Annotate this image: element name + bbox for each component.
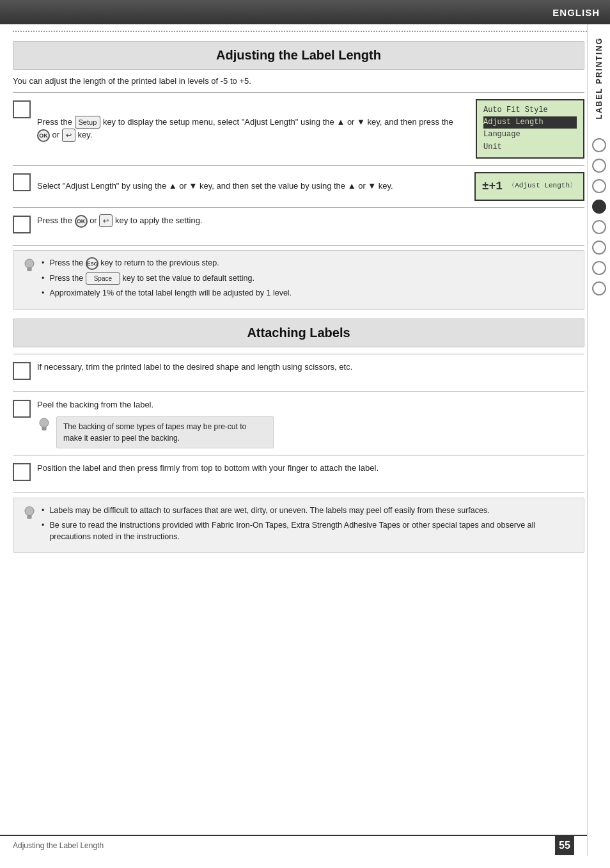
svg-point-0 [25, 259, 34, 268]
section2-step3-content: Position the label and then press firmly… [37, 462, 584, 475]
dotted-divider [13, 31, 597, 32]
svg-point-4 [40, 418, 49, 427]
section2-step2-note-wrapper: The backing of some types of tapes may b… [37, 416, 584, 448]
step3-number [13, 216, 31, 233]
section2-tips: • Labels may be difficult to attach to s… [13, 498, 584, 553]
section1-title: Adjusting the Label Length [13, 48, 584, 63]
section2-title-box: Attaching Labels [13, 319, 584, 347]
tips-list: • Press the Esc key to return to the pre… [42, 257, 292, 302]
bullet-1: • [42, 257, 44, 269]
step3-row: Press the OK or ↩ key to apply the setti… [13, 207, 584, 246]
step3-or: or [88, 216, 100, 225]
sidebar-circle-5 [592, 220, 606, 234]
lcd-line-4: Unit [483, 141, 577, 154]
sidebar-circle-6 [592, 241, 606, 255]
main-content: Adjusting the Label Length You can adjus… [13, 41, 584, 583]
lcd-line-3: Language [483, 129, 577, 141]
tip-icon-2 [37, 418, 51, 432]
section2-step3-row: Position the label and then press firmly… [13, 455, 584, 493]
step3-text-part3: key to apply the setting. [113, 216, 202, 225]
step1-text-part3: key. [75, 130, 93, 139]
step3-text-part1: Press the [37, 216, 75, 225]
sidebar-circle-1 [592, 138, 606, 152]
step1-text-part1: Press the [37, 117, 75, 127]
section2-step2-row: Peel the backing from the label. The bac… [13, 391, 584, 455]
sidebar-circles [592, 138, 606, 296]
setup-key: Setup [75, 116, 101, 129]
tip-2-text: Press the Space key to set the value to … [49, 272, 254, 285]
step1-content: Press the Setup key to display the setup… [37, 99, 584, 159]
section1-tips: • Press the Esc key to return to the pre… [13, 250, 584, 310]
lightbulb-svg-3 [24, 506, 35, 520]
section2-step1-content: If necessary, trim the printed label to … [37, 361, 584, 374]
ok-key-3: OK [75, 215, 88, 228]
tip-1: • Press the Esc key to return to the pre… [42, 257, 292, 270]
tip-3: • Approximately 1% of the total label le… [42, 287, 292, 299]
space-key: Space [86, 272, 120, 285]
s2-bullet-1: • [42, 505, 44, 517]
step2-number [13, 173, 31, 191]
sidebar-circle-7 [592, 261, 606, 275]
page-number: 55 [555, 836, 574, 855]
section2-step1-row: If necessary, trim the printed label to … [13, 354, 584, 392]
svg-point-8 [25, 507, 34, 516]
section2-step3-text: Position the label and then press firmly… [37, 463, 379, 473]
step2-inner: Select "Adjust Length" by using the ▲ or… [37, 172, 584, 201]
sidebar-circle-2 [592, 159, 606, 173]
bottom-bar: Adjusting the Label Length 55 [0, 835, 587, 855]
step1-text-part2: key to display the setup menu, select "A… [100, 117, 453, 127]
lcd-line-2: Adjust Length [483, 116, 577, 129]
section2-step2-number [13, 400, 31, 418]
section2-tip-1-text: Labels may be difficult to attach to sur… [49, 505, 489, 517]
tip-2: • Press the Space key to set the value t… [42, 272, 292, 285]
right-sidebar: LABEL PRINTING [587, 24, 610, 856]
step1-or-1: or [50, 130, 62, 139]
step2-text-span: Select "Adjust Length" by using the ▲ or… [37, 181, 393, 191]
lcd-line-1: Auto Fit Style [483, 104, 577, 116]
bullet-2: • [42, 272, 44, 285]
section2-title: Attaching Labels [13, 326, 584, 340]
step1-inner: Press the Setup key to display the setup… [37, 99, 584, 159]
step1-row: Press the Setup key to display the setup… [13, 92, 584, 166]
ok-key-1: OK [37, 129, 50, 142]
lightbulb-svg [24, 258, 35, 272]
step1-number [13, 100, 31, 118]
s2-bullet-2: • [42, 519, 44, 532]
section2-tips-inner: • Labels may be difficult to attach to s… [22, 505, 575, 546]
section2-step2-note: The backing of some types of tapes may b… [56, 416, 274, 448]
section1-intro: You can adjust the length of the printed… [13, 76, 584, 86]
language-label: ENGLISH [552, 7, 600, 18]
section2-step2-content: Peel the backing from the label. The bac… [37, 398, 584, 448]
section2-tips-list: • Labels may be difficult to attach to s… [42, 505, 575, 546]
section2-step1-number [13, 362, 31, 380]
section1-title-box: Adjusting the Label Length [13, 41, 584, 70]
step2-content: Select "Adjust Length" by using the ▲ or… [37, 172, 584, 201]
section2-step2-text: Peel the backing from the label. [37, 398, 584, 411]
step2-text: Select "Adjust Length" by using the ▲ or… [37, 180, 464, 193]
tip-1-text: Press the Esc key to return to the previ… [49, 257, 219, 270]
step3-content: Press the OK or ↩ key to apply the setti… [37, 214, 584, 228]
sidebar-circle-8 [592, 281, 606, 296]
lcd-value: ±+1 [482, 177, 503, 196]
step1-text: Press the Setup key to display the setup… [37, 116, 465, 143]
bullet-3: • [42, 287, 44, 299]
section2-step1-text: If necessary, trim the printed label to … [37, 362, 352, 372]
top-bar: ENGLISH [0, 0, 610, 24]
section2-step3-number [13, 463, 31, 481]
tip-icon-1 [22, 258, 36, 272]
section2-tip-2-text: Be sure to read the instructions provide… [49, 519, 575, 544]
esc-key-3: ↩ [99, 214, 113, 228]
section2-tip-1: • Labels may be difficult to attach to s… [42, 505, 575, 517]
step1-lcd: Auto Fit Style Adjust Length Language Un… [476, 99, 584, 159]
sidebar-label: LABEL PRINTING [595, 37, 604, 119]
lcd-label: 〈Adjust Length〉 [508, 180, 577, 192]
sidebar-circle-3 [592, 179, 606, 193]
tip-3-text: Approximately 1% of the total label leng… [49, 287, 292, 299]
tips-with-icon: • Press the Esc key to return to the pre… [22, 257, 575, 302]
sidebar-circle-4 [592, 200, 606, 214]
step2-lcd: ±+1 〈Adjust Length〉 [474, 172, 584, 201]
esc-key-1: ↩ [62, 129, 75, 142]
esc-key-tip: Esc [86, 257, 98, 270]
section2-tip-2: • Be sure to read the instructions provi… [42, 519, 575, 544]
step2-row: Select "Adjust Length" by using the ▲ or… [13, 165, 584, 208]
